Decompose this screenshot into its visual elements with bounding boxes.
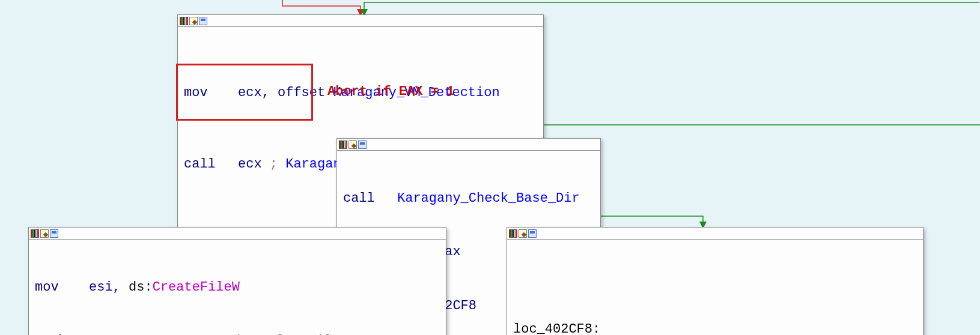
disasm-body: movesi, ds:CreateFileW pusheax; hTemplat…: [29, 240, 446, 335]
color-palette-icon: [31, 229, 39, 238]
asm-line: pusheax; hTemplateFile: [35, 332, 440, 335]
node-titlebar: [29, 228, 446, 240]
keyword-offset: offset: [278, 85, 333, 100]
comment: ; hTemplateFile: [221, 332, 340, 335]
disasm-block-4[interactable]: loc_402CF8: movesi, ds:CreateEventA push…: [507, 227, 924, 335]
print-icon: [528, 229, 537, 238]
edit-icon: [189, 17, 198, 25]
asm-line: movesi, ds:CreateFileW: [35, 279, 440, 297]
mnemonic: mov: [184, 84, 238, 102]
mnemonic: push: [35, 332, 89, 335]
operand-prefix: ecx,: [238, 85, 278, 100]
label: loc_402CF8:: [513, 321, 600, 335]
symbol: Karagany_Check_Base_Dir: [397, 191, 580, 206]
print-icon: [358, 140, 367, 149]
operand: eax: [89, 332, 221, 335]
asm-line: callKaragany_Check_Base_Dir: [343, 190, 594, 208]
color-palette-icon: [509, 229, 517, 238]
print-icon: [50, 229, 58, 238]
operand: ecx: [238, 157, 270, 172]
color-palette-icon: [339, 140, 347, 149]
edit-icon: [348, 140, 357, 149]
node-titlebar: [507, 228, 923, 240]
color-palette-icon: [180, 17, 188, 25]
annotation-text: Abort if EAX = 1: [327, 84, 454, 99]
disasm-body: loc_402CF8: movesi, ds:CreateEventA push…: [507, 240, 923, 335]
mnemonic: call: [184, 155, 238, 174]
operand-prefix: esi,: [89, 280, 129, 295]
node-titlebar: [337, 139, 600, 151]
comment-delim: ;: [270, 157, 285, 172]
mnemonic: mov: [35, 279, 89, 297]
asm-label: loc_402CF8:: [513, 321, 917, 335]
node-titlebar: [178, 15, 543, 27]
edit-icon: [519, 229, 527, 238]
print-icon: [199, 17, 207, 25]
api-name: CreateFileW: [153, 280, 240, 295]
disasm-block-3[interactable]: movesi, ds:CreateFileW pusheax; hTemplat…: [28, 227, 446, 335]
segment: ds:: [129, 280, 153, 295]
mnemonic: call: [343, 190, 397, 208]
edit-icon: [40, 229, 49, 238]
